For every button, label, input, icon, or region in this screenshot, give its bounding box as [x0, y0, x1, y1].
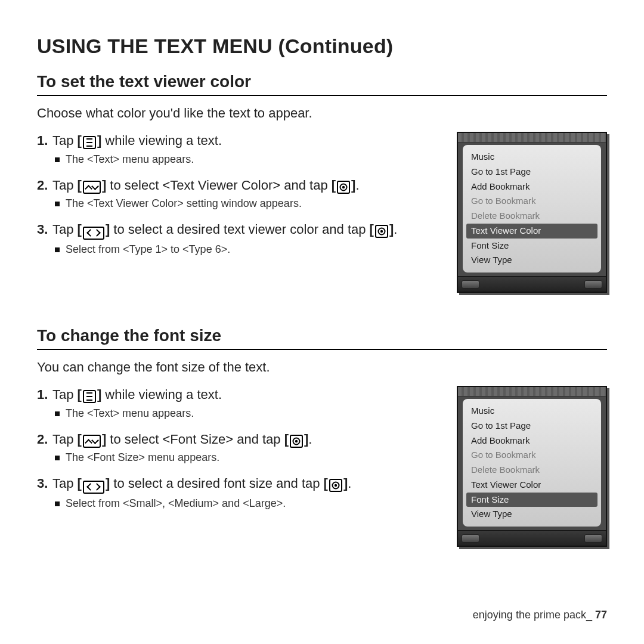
text: Tap: [52, 133, 78, 148]
step-number: 3.: [37, 475, 52, 493]
text: .: [355, 178, 359, 193]
device-menu-item: Text Viewer Color: [466, 478, 597, 493]
step-2-sub: The <Font Size> menu appears.: [55, 451, 444, 464]
step-3-sub: Select from <Type 1> to <Type 6>.: [55, 243, 444, 256]
step-number: 2.: [37, 431, 52, 448]
text: to select a desired font size and tap: [110, 476, 323, 491]
device-menu-panel: MusicGo to 1st PageAdd BookmarkGo to Boo…: [463, 145, 601, 273]
text: to select: [106, 178, 162, 193]
text: Select from <Small>, <Medium> and <Large…: [66, 497, 286, 510]
device-top-strip: [458, 387, 606, 397]
text: The <Text> menu appears.: [66, 153, 194, 166]
section-intro: You can change the font size of the text…: [37, 360, 607, 375]
step-1-sub: The <Text> menu appears.: [55, 407, 444, 420]
device-mock-1: MusicGo to 1st PageAdd BookmarkGo to Boo…: [457, 132, 607, 293]
device-menu-item: Go to 1st Page: [466, 165, 597, 179]
page-number: 77: [595, 609, 607, 621]
text: while viewing a text.: [101, 133, 222, 148]
device-menu-item: Delete Bookmark: [466, 463, 597, 478]
bullet-icon: [55, 456, 60, 460]
device-bottom-strip: [458, 276, 606, 292]
bullet-icon: [55, 157, 60, 162]
device-menu-item: Add Bookmark: [466, 179, 597, 194]
bullet-icon: [55, 411, 60, 416]
ok-icon: [329, 479, 342, 492]
step-number: 1.: [37, 386, 52, 404]
steps-list: 1. Tap [] while viewing a text. The <Tex…: [37, 386, 444, 521]
device-bottom-strip: [458, 530, 606, 546]
device-knob: [584, 534, 602, 543]
text-bold: <Text Viewer Color>: [162, 178, 280, 193]
device-top-strip: [458, 133, 606, 143]
steps-list: 1. Tap [] while viewing a text. The <Tex…: [37, 132, 444, 267]
ok-icon: [375, 225, 388, 238]
device-knob: [462, 280, 479, 289]
bullet-icon: [55, 501, 60, 506]
step-1-sub: The <Text> menu appears.: [55, 153, 444, 166]
text: Tap: [52, 432, 78, 447]
device-menu-item: Music: [466, 150, 597, 165]
step-3: 3. Tap [] to select a desired text viewe…: [37, 221, 444, 240]
bullet-icon: [55, 247, 60, 252]
device-menu-item: Go to 1st Page: [466, 419, 597, 434]
page-title: USING THE TEXT MENU (Continued): [37, 35, 607, 58]
text: The <Font Size> menu appears.: [66, 451, 219, 464]
section-intro: Choose what color you'd like the text to…: [37, 106, 607, 121]
device-menu-item: View Type: [466, 253, 597, 268]
up-down-icon: [83, 435, 101, 448]
text: The <Text Viewer Color> setting window a…: [66, 197, 302, 210]
svg-point-3: [380, 230, 383, 233]
menu-icon: [83, 390, 96, 403]
step-1: 1. Tap [] while viewing a text.: [37, 386, 444, 404]
bullet-icon: [55, 202, 60, 206]
step-2: 2. Tap [] to select <Text Viewer Color> …: [37, 177, 444, 194]
text: while viewing a text.: [101, 387, 222, 402]
footer-label: enjoying the prime pack_: [473, 609, 592, 621]
text: Tap: [52, 178, 78, 193]
text: Tap: [52, 476, 78, 491]
up-down-icon: [83, 181, 101, 194]
device-menu-item: Music: [466, 404, 597, 419]
step-number: 3.: [37, 221, 52, 239]
text: .: [308, 432, 312, 447]
section-heading: To change the font size: [37, 326, 607, 350]
step-number: 2.: [37, 177, 52, 194]
device-mock-2: MusicGo to 1st PageAdd BookmarkGo to Boo…: [457, 386, 607, 547]
left-right-icon: [83, 227, 104, 240]
ok-icon: [337, 181, 350, 194]
text: .: [394, 222, 397, 237]
text: Tap: [52, 222, 78, 237]
text: to select a desired text viewer color an…: [110, 222, 369, 237]
device-menu-item: Font Size: [466, 239, 597, 253]
step-3-sub: Select from <Small>, <Medium> and <Large…: [55, 497, 444, 510]
device-menu-item: Go to Bookmark: [466, 194, 597, 209]
device-menu-panel: MusicGo to 1st PageAdd BookmarkGo to Boo…: [463, 399, 601, 527]
svg-point-5: [295, 439, 298, 442]
text: Tap: [52, 387, 78, 402]
menu-icon: [83, 136, 96, 149]
step-2: 2. Tap [] to select <Font Size> and tap …: [37, 431, 444, 448]
ok-icon: [290, 435, 303, 448]
text: .: [348, 476, 351, 491]
text: The <Text> menu appears.: [66, 407, 194, 420]
svg-point-7: [335, 484, 337, 487]
step-3: 3. Tap [] to select a desired font size …: [37, 475, 444, 494]
device-knob: [584, 280, 602, 289]
text: Select from <Type 1> to <Type 6>.: [66, 243, 230, 256]
section-font-size: To change the font size You can change t…: [37, 326, 607, 547]
section-text-viewer-color: To set the text viewer color Choose what…: [37, 72, 607, 293]
device-menu-item: Delete Bookmark: [466, 209, 597, 224]
text: and tap: [280, 178, 332, 193]
device-menu-item: Go to Bookmark: [466, 448, 597, 463]
device-menu-item: Font Size: [466, 493, 597, 507]
text: and tap: [233, 432, 284, 447]
device-menu-item: Text Viewer Color: [466, 224, 597, 239]
step-number: 1.: [37, 132, 52, 150]
step-1: 1. Tap [] while viewing a text.: [37, 132, 444, 150]
device-menu-item: View Type: [466, 507, 597, 522]
svg-point-1: [342, 185, 345, 188]
text: to select: [106, 432, 162, 447]
step-2-sub: The <Text Viewer Color> setting window a…: [55, 197, 444, 210]
section-heading: To set the text viewer color: [37, 72, 607, 96]
page-footer: enjoying the prime pack_ 77: [473, 609, 607, 621]
